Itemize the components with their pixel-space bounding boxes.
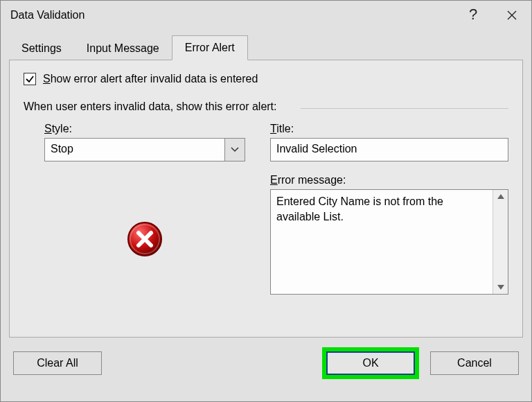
scroll-down-icon [497,284,505,291]
show-alert-label: Show error alert after invalid data is e… [43,73,258,85]
scrollbar[interactable] [493,190,508,294]
error-message-label: Error message: [270,174,508,186]
help-button[interactable]: ? [454,1,493,30]
stop-error-icon [127,221,163,257]
tab-input-message[interactable]: Input Message [74,37,172,60]
show-alert-checkbox[interactable] [24,73,36,85]
style-dropdown[interactable]: Stop [44,138,245,161]
tab-error-alert[interactable]: Error Alert [172,35,248,60]
cancel-button[interactable]: Cancel [430,351,519,375]
window-title: Data Validation [10,9,454,21]
style-dropdown-button[interactable] [224,138,245,161]
tab-page-error-alert: Show error alert after invalid data is e… [9,60,523,338]
error-message-input[interactable]: Entered City Name is not from the availa… [270,189,508,295]
section-label-text: When user enters invalid data, show this… [24,101,277,112]
chevron-down-icon [231,147,239,152]
checkmark-icon [25,74,35,84]
close-button[interactable] [493,1,531,30]
style-value: Stop [44,138,224,161]
tabstrip: Settings Input Message Error Alert [9,35,523,60]
dialog-button-row: Clear All OK Cancel [9,338,523,379]
title-label: Title: [270,123,508,135]
close-icon [506,10,517,21]
ok-highlight: OK [322,347,419,379]
ok-button[interactable]: OK [326,351,415,375]
section-label: When user enters invalid data, show this… [24,101,508,113]
show-alert-row: Show error alert after invalid data is e… [24,73,508,85]
style-label: Style: [44,123,245,135]
scroll-up-icon [497,193,505,200]
clear-all-button[interactable]: Clear All [13,351,102,375]
error-message-text: Entered City Name is not from the availa… [271,190,493,294]
titlebar: Data Validation ? [1,1,531,30]
title-input[interactable]: Invalid Selection [270,138,508,161]
section-rule [301,108,508,109]
tab-settings[interactable]: Settings [9,37,74,60]
